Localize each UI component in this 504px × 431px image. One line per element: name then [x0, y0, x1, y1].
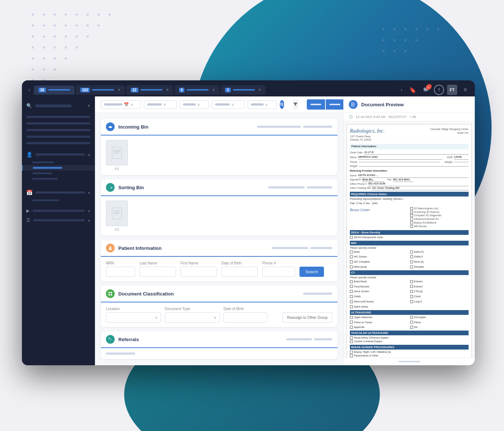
toolbar-filter-icon-btn[interactable]	[293, 99, 298, 110]
other-treating-line: Other Treating MD DC Omar Treating MD	[350, 186, 469, 191]
tab-5-label	[233, 89, 255, 91]
location-select[interactable]: ∨	[106, 312, 161, 323]
help-button[interactable]: ?	[434, 85, 444, 95]
sidebar-item-3[interactable]	[22, 127, 95, 133]
tab-2-close[interactable]: ×	[118, 87, 120, 92]
phone-label: Phone #	[262, 261, 295, 265]
location-select-chevron: ∨	[155, 315, 158, 320]
toolbar-btn-2-bar	[329, 104, 340, 105]
first-name-input[interactable]	[180, 267, 217, 277]
svg-point-25	[76, 46, 78, 49]
sidebar-section-calendar-header[interactable]: 📅 ∧	[22, 187, 95, 198]
sidebar-item-1-bar	[26, 116, 90, 118]
toolbar-filter-4[interactable]: ∨	[248, 100, 277, 109]
patient-info-bar-1	[272, 247, 308, 249]
svg-point-4	[76, 14, 78, 16]
sidebar-sub-1[interactable]	[22, 160, 95, 165]
sidebar-item-3-bar	[26, 129, 90, 131]
toolbar: 📅 ∨ ∨ ∨	[95, 96, 343, 113]
doc-preview-panel: Document Preview 🕐 12-10-2021 8:43 AM 56…	[343, 96, 475, 365]
svg-rect-72	[108, 294, 110, 295]
tab-4-close[interactable]: ×	[212, 87, 215, 92]
user-initials-button[interactable]: FT	[447, 85, 457, 95]
toolbar-filter-2-chevron: ∨	[197, 102, 200, 107]
tab-4[interactable]: 9 ×	[175, 85, 219, 95]
phone-input[interactable]	[262, 267, 295, 277]
toolbar-blue-circle-btn[interactable]	[280, 100, 284, 109]
referrals-content-bar	[106, 352, 135, 355]
sidebar-cal-sub-1[interactable]	[22, 198, 95, 203]
sidebar-list-arrow: ∨	[88, 218, 90, 222]
toolbar-filter-4-chevron: ∨	[265, 102, 268, 107]
sidebar-sub-4-bar	[32, 178, 58, 180]
toolbar-filter-2[interactable]: ∨	[180, 100, 209, 109]
office-phone-line: Office Phone # 951-415-5196	[350, 182, 469, 186]
mrn-field: MRN	[106, 261, 135, 277]
sidebar-search-bar	[35, 104, 72, 107]
sidebar-item-1[interactable]	[22, 114, 95, 120]
toolbar-filter-3[interactable]: ∨	[212, 100, 245, 109]
radiology-address: 1377 Prairie Pkwy Orlando, FL 32918	[350, 135, 385, 142]
sorting-bin-thumbnail[interactable]	[106, 201, 128, 226]
sidebar-sub-3-bar	[32, 172, 52, 174]
classification-dob-input[interactable]	[224, 312, 267, 323]
dob-input[interactable]	[221, 267, 258, 277]
sidebar-section-users-header[interactable]: 👤 ∧	[22, 149, 95, 160]
sidebar-calendar-icon: 📅	[26, 190, 33, 195]
sidebar-play-label	[33, 210, 85, 212]
tab-scroll-right[interactable]: ›	[398, 85, 405, 94]
svg-point-23	[54, 46, 56, 49]
sidebar-section-play-header[interactable]: ▶ ∨	[22, 206, 95, 216]
patient-search-button[interactable]: Search	[299, 267, 324, 277]
doc-preview-content[interactable]: Radiologics, Inc. 1377 Prairie Pkwy Orla…	[344, 121, 475, 358]
scrollbar-indicator[interactable]	[398, 361, 420, 362]
toolbar-filter-1[interactable]: ∨	[144, 100, 177, 109]
tab-5-close[interactable]: ×	[259, 87, 261, 92]
sidebar-sub-4[interactable]	[22, 176, 95, 182]
svg-point-15	[32, 35, 34, 38]
sidebar-sub-2[interactable]	[22, 165, 95, 171]
last-name-input[interactable]	[140, 267, 176, 277]
sidebar-section-list-header[interactable]: ☰ ∨	[22, 216, 95, 225]
radiology-logo: Radiologics, Inc.	[350, 127, 385, 135]
sidebar-item-5[interactable]	[22, 140, 95, 146]
sorting-bin-page-count: 1/1	[106, 228, 128, 231]
bookmark-button[interactable]: 🔖	[408, 85, 418, 95]
tab-4-label	[187, 89, 209, 91]
tab-scroll-left[interactable]: ‹	[26, 85, 33, 94]
tab-2[interactable]: 182 ×	[76, 85, 125, 95]
tab-1[interactable]: 38	[34, 85, 75, 95]
svg-point-24	[65, 46, 67, 49]
reassign-button[interactable]: Reassign to Other Group	[282, 312, 332, 323]
tab-3[interactable]: 22 ×	[126, 85, 173, 95]
toolbar-date-select[interactable]: 📅 ∨	[101, 100, 141, 109]
sidebar-item-4[interactable]	[22, 133, 95, 140]
menu-button[interactable]: ≡	[460, 85, 470, 95]
first-name-field: First Name	[180, 261, 217, 277]
toolbar-view-btn-1[interactable]	[307, 99, 325, 110]
sorting-bin-icon	[106, 183, 115, 192]
chat-button[interactable]: 5	[421, 85, 431, 95]
sorting-bin-content: 1/1	[106, 201, 332, 231]
last-name-field: Last Name	[140, 261, 176, 277]
patient-info-icon	[106, 244, 115, 252]
sidebar-sub-3[interactable]	[22, 171, 95, 176]
doc-type-select[interactable]: ∨	[165, 312, 220, 323]
tab-5[interactable]: 3 ×	[221, 85, 266, 95]
svg-point-17	[54, 35, 56, 38]
ultrasound-options: Upper Abdomen OComplex Pelvis w/ Transv …	[350, 316, 469, 329]
mrn-input[interactable]	[106, 267, 135, 277]
tab-3-close[interactable]: ×	[166, 87, 169, 92]
incoming-bin-thumbnail[interactable]	[106, 140, 128, 165]
doc-classification-bars	[303, 293, 332, 295]
toolbar-view-btn-2[interactable]	[326, 99, 343, 110]
vascular-options: Renal Artery O/Venous Duplex Carotid O A…	[350, 336, 469, 343]
svg-point-0	[32, 14, 34, 16]
sidebar-item-2[interactable]	[22, 120, 95, 127]
patient-info-form-row: MRN Last Name First Name	[106, 261, 332, 277]
svg-point-27	[43, 57, 45, 60]
sorting-bin-card: Sorting Bin	[101, 179, 337, 236]
image-guided-options: Biopsy: Right / Left / Bilateral (w) Par…	[350, 350, 469, 358]
sidebar-search-chevron[interactable]: ∧	[87, 103, 90, 108]
svg-point-13	[87, 24, 89, 27]
